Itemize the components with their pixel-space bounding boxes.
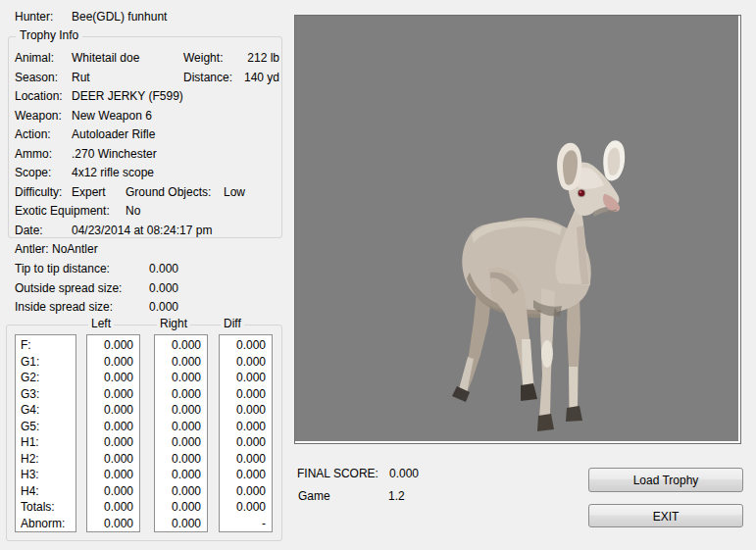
measurement-row-label: F:: [16, 337, 76, 354]
measurement-left-value: 0.000: [87, 467, 139, 483]
measurement-right-value: 0.000: [155, 516, 207, 532]
location-value: DEER JERKY (F599): [72, 87, 183, 107]
trophy-row-location: Location: DEER JERKY (F599): [8, 87, 282, 107]
trophy-row-ammo: Ammo: .270 Winchester: [8, 145, 282, 165]
weapon-value: New Weapon 6: [72, 107, 152, 126]
measurement-left-value: 0.000: [87, 402, 139, 419]
measurement-right-value: 0.000: [155, 354, 207, 371]
trophy-row-animal: Animal: Whitetail doe Weight: 212 lb: [8, 49, 282, 69]
measurement-diff-value: 0.000: [220, 386, 272, 403]
trophy-row-scope: Scope: 4x12 rifle scope: [8, 164, 282, 183]
measurement-right-value: 0.000: [155, 483, 207, 500]
measurement-row-label: Totals:: [16, 499, 76, 516]
ammo-value: .270 Winchester: [72, 145, 157, 165]
distance-value: 140 yd: [228, 69, 279, 88]
measurement-right-value: 0.000: [155, 467, 207, 483]
column-header-left: Left: [88, 318, 114, 330]
outside-spread-line: Outside spread size: 0.000: [0, 280, 289, 296]
final-score-label: FINAL SCORE:: [297, 467, 378, 480]
measurement-diff-value: 0.000: [220, 499, 272, 516]
antler-type-line: Antler: NoAntler: [0, 241, 289, 257]
trophy-3d-viewport[interactable]: [294, 15, 741, 444]
measurement-right-listbox: 0.0000.0000.0000.0000.0000.0000.0000.000…: [154, 334, 208, 532]
measurement-right-value: 0.000: [155, 451, 207, 468]
action-value: Autoloader Rifle: [72, 125, 155, 145]
measurement-row-label: H3:: [16, 467, 76, 483]
measurement-diff-listbox: 0.0000.0000.0000.0000.0000.0000.0000.000…: [219, 334, 273, 532]
measurement-diff-value: 0.000: [220, 402, 272, 419]
column-header-diff: Diff: [221, 318, 244, 330]
tip-to-tip-line: Tip to tip distance: 0.000: [0, 261, 289, 276]
measurement-diff-value: 0.000: [220, 354, 272, 371]
difficulty-label: Difficulty:: [15, 183, 62, 203]
measurement-labels-listbox: F:G1:G2:G3:G4:G5:H1:H2:H3:H4:Totals:Abno…: [15, 334, 76, 532]
measurement-row-label: G3:: [16, 386, 76, 403]
measurement-row-label: G2:: [16, 370, 76, 386]
viewport-background: [295, 16, 738, 441]
exit-button[interactable]: EXIT: [588, 504, 743, 527]
measurement-right-value: 0.000: [155, 370, 207, 386]
location-label: Location:: [15, 87, 63, 107]
difficulty-value: Expert: [72, 183, 106, 203]
measurement-diff-value: 0.000: [220, 370, 272, 386]
inside-spread-line: Inside spread size: 0.000: [0, 299, 289, 315]
hunter-line: Hunter: Bee(GDL) funhunt: [15, 10, 53, 25]
trophy-row-weapon: Weapon: New Weapon 6: [8, 107, 282, 126]
inside-spread-value: 0.000: [149, 299, 178, 315]
action-label: Action:: [15, 125, 51, 145]
measurement-right-value: 0.000: [155, 402, 207, 419]
measurement-row-label: Abnorm:: [16, 516, 76, 532]
measurement-right-value: 0.000: [155, 337, 207, 354]
measurement-left-value: 0.000: [87, 386, 139, 403]
measurement-left-value: 0.000: [87, 434, 139, 451]
exotic-equipment-label: Exotic Equipment:: [15, 202, 110, 222]
weight-value: 212 lb: [228, 49, 279, 69]
trophy-info-rows: Animal: Whitetail doe Weight: 212 lb Sea…: [8, 49, 282, 240]
antler-type-text: Antler: NoAntler: [15, 241, 98, 257]
trophy-row-action: Action: Autoloader Rifle: [8, 125, 282, 145]
season-value: Rut: [72, 69, 90, 88]
tip-to-tip-value: 0.000: [149, 261, 178, 276]
season-label: Season:: [15, 69, 58, 88]
measurement-diff-value: -: [220, 516, 272, 532]
hunter-label: Hunter:: [15, 10, 53, 24]
hunter-value: Bee(GDL) funhunt: [72, 10, 167, 24]
measurement-left-value: 0.000: [87, 499, 139, 516]
ground-objects-value: Low: [224, 183, 245, 203]
date-value: 04/23/2014 at 08:24:17 pm: [72, 222, 212, 241]
ground-objects-label: Ground Objects:: [126, 183, 211, 203]
measurement-left-value: 0.000: [87, 370, 139, 386]
weight-label: Weight:: [183, 49, 223, 69]
outside-spread-label: Outside spread size:: [15, 280, 122, 296]
measurement-diff-value: 0.000: [220, 483, 272, 500]
measurement-left-value: 0.000: [87, 516, 139, 532]
tip-to-tip-label: Tip to tip distance:: [15, 261, 110, 276]
game-version-value: 1.2: [388, 489, 405, 503]
load-trophy-button[interactable]: Load Trophy: [588, 468, 743, 492]
measurement-left-value: 0.000: [87, 451, 139, 468]
deer-model: [295, 16, 738, 441]
scope-value: 4x12 rifle scope: [72, 164, 154, 183]
exotic-equipment-value: No: [126, 202, 140, 222]
measurement-left-value: 0.000: [87, 354, 139, 371]
final-score-value: 0.000: [389, 467, 419, 480]
measurement-right-value: 0.000: [155, 419, 207, 435]
measurement-left-value: 0.000: [87, 337, 139, 354]
trophy-row-date: Date: 04/23/2014 at 08:24:17 pm: [8, 222, 282, 241]
date-label: Date:: [15, 222, 43, 241]
inside-spread-label: Inside spread size:: [15, 299, 113, 315]
ammo-label: Ammo:: [15, 145, 52, 165]
measurement-left-value: 0.000: [87, 419, 139, 435]
outside-spread-value: 0.000: [149, 280, 178, 296]
trophy-info-title: Trophy Info: [16, 29, 82, 42]
distance-label: Distance:: [183, 69, 232, 88]
measurement-row-label: H4:: [16, 483, 76, 500]
measurement-diff-value: 0.000: [220, 419, 272, 435]
scope-label: Scope:: [15, 164, 51, 183]
trophy-viewer-window: Hunter: Bee(GDL) funhunt Trophy Info Ani…: [0, 0, 756, 550]
column-header-right: Right: [157, 318, 190, 330]
game-version-label: Game: [298, 489, 330, 503]
trophy-row-season: Season: Rut Distance: 140 yd: [8, 69, 282, 88]
measurement-row-label: H1:: [16, 434, 76, 451]
measurement-right-value: 0.000: [155, 434, 207, 451]
